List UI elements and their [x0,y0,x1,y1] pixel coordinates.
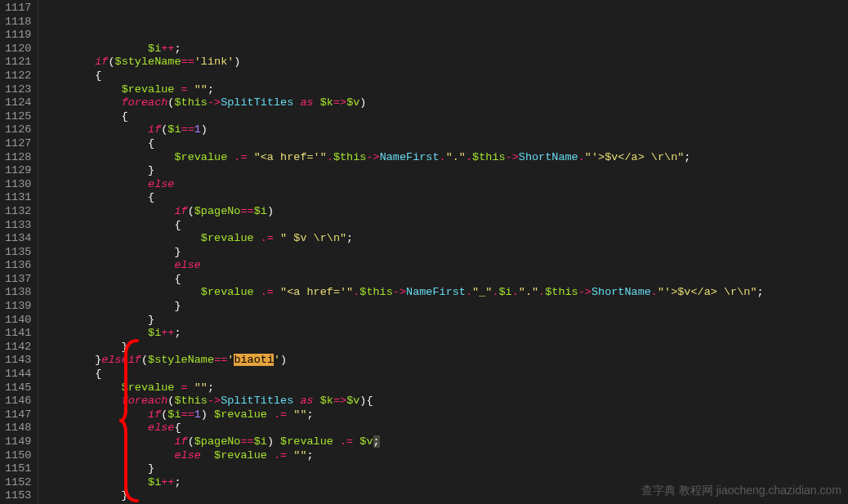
code-line[interactable]: } [42,341,848,355]
code-token: ( [188,435,194,448]
code-token: elseif [101,354,141,366]
code-line[interactable]: $revalue .= "<a href='".$this->NameFirst… [42,151,848,165]
line-number: 1118 [5,16,31,29]
line-number: 1130 [5,178,31,192]
code-token [42,259,174,271]
code-token [42,205,174,217]
code-token: ) [267,205,274,217]
code-line[interactable]: { [42,273,848,287]
code-token [42,395,121,407]
code-editor[interactable]: 1117111811191120112111221123112411251126… [0,0,848,504]
code-token: . [327,151,333,163]
code-line[interactable]: } [42,164,848,178]
code-token: .= [261,232,274,244]
code-token: $this [545,286,578,298]
code-token: "." [446,151,466,163]
code-token [314,395,320,407]
line-number: 1139 [5,300,31,314]
code-token: $styleName [115,56,181,68]
code-token: ; [208,381,214,394]
code-line[interactable]: { [42,69,848,83]
code-content-area[interactable]: $i++; if($styleName=='link') { $revalue … [38,0,848,504]
code-line[interactable]: else $revalue .= ""; [42,449,848,463]
code-token: = [181,381,188,394]
code-token [42,381,121,394]
code-line[interactable]: } [42,300,848,314]
code-line[interactable]: $i++; [42,476,848,490]
code-line[interactable]: $i++; [42,327,848,341]
code-token: { [42,69,101,82]
code-token: $this [359,286,393,298]
line-number: 1151 [5,462,31,476]
code-token: $revalue [201,286,254,298]
code-line[interactable]: } [42,489,848,503]
code-token: NameFirst [406,286,466,298]
code-token: $revalue [280,435,333,448]
code-line[interactable]: $revalue = ""; [42,83,848,97]
line-number: 1145 [5,381,31,395]
code-token: if [148,123,161,136]
line-number: 1143 [5,354,31,368]
code-line[interactable]: { [42,219,848,233]
code-token: ) [201,408,214,421]
code-token: if [95,56,108,68]
code-token: ) [201,123,208,136]
code-token: ' [274,354,280,366]
code-token: if [148,408,161,421]
code-token: .= [234,151,247,163]
code-line[interactable]: if($styleName=='link') [42,56,848,69]
code-token: .= [340,435,353,448]
code-token: "" [293,408,306,421]
line-number: 1124 [5,96,31,110]
code-line[interactable]: { [42,368,848,381]
code-token: if [174,435,187,448]
code-token: ; [307,408,314,421]
code-line[interactable]: if($pageNo==$i) $revalue .= $v; [42,435,848,449]
code-token: } [42,341,127,353]
code-token: } [42,246,181,258]
line-number: 1141 [5,327,31,341]
code-line[interactable]: else{ [42,421,848,435]
code-token [42,327,148,339]
code-line[interactable]: $revalue .= "<a href='".$this->NameFirst… [42,286,848,300]
code-line[interactable]: } [42,314,848,328]
code-token: -> [208,96,221,109]
code-token: -> [506,151,519,163]
code-token: . [466,151,472,163]
line-number: 1137 [5,273,31,287]
code-token: . [512,286,519,298]
code-line[interactable]: else [42,259,848,273]
code-line[interactable]: $i++; [42,42,848,56]
code-line[interactable]: { [42,137,848,151]
code-token: $i [498,286,511,298]
code-line[interactable]: $revalue .= " $v \r\n"; [42,232,848,246]
code-line[interactable]: } [42,246,848,260]
code-token: == [240,435,253,448]
code-line[interactable]: { [42,191,848,205]
line-number: 1144 [5,368,31,381]
code-line[interactable]: { [42,110,848,124]
line-number: 1125 [5,110,31,124]
line-number: 1120 [5,42,31,56]
line-number: 1127 [5,137,31,151]
code-line[interactable]: if($pageNo==$i) [42,205,848,219]
code-token: " $v \r\n" [280,232,346,244]
code-line[interactable]: } [42,462,848,476]
code-token: -> [366,151,379,163]
code-line[interactable]: else [42,178,848,192]
code-token: => [333,96,346,109]
code-line[interactable]: if($i==1) [42,123,848,137]
code-token: ) [359,96,366,109]
code-line[interactable]: foreach($this->SplitTitles as $k=>$v) [42,96,848,110]
code-token [42,286,200,298]
code-token: $revalue [214,449,267,462]
code-line[interactable]: $revalue = ""; [42,381,848,395]
line-number: 1132 [5,205,31,219]
code-line[interactable]: }elseif($styleName=='biaoti') [42,354,848,368]
code-line[interactable]: if($i==1) $revalue .= ""; [42,408,848,422]
code-token [42,42,148,55]
code-line[interactable]: foreach($this->SplitTitles as $k=>$v){ [42,395,848,408]
line-number: 1129 [5,164,31,178]
code-token [248,151,254,163]
code-token: .= [274,449,287,462]
